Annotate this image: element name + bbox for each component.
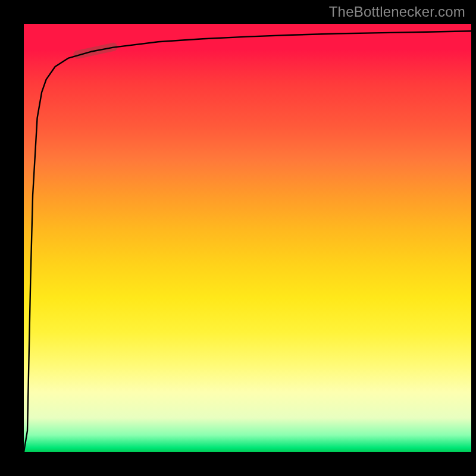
- curve-line: [24, 31, 471, 452]
- chart-plot-area: [24, 24, 471, 452]
- attribution-text: TheBottlenecker.com: [329, 4, 465, 20]
- chart-svg: [24, 24, 471, 452]
